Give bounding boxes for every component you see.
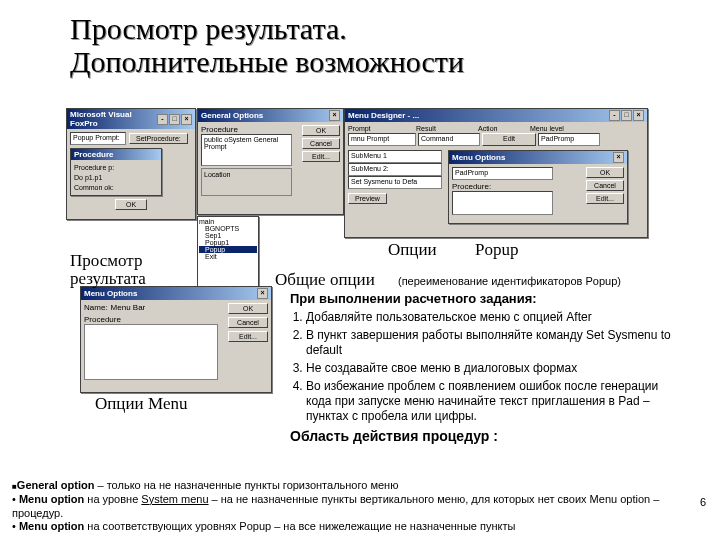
tree-item-selected[interactable]: Popup — [199, 246, 257, 253]
menu-options-window: Menu Options × Name: Menu Bar Procedure … — [80, 286, 272, 393]
tree-item[interactable]: Sep1 — [199, 232, 257, 239]
mopt-name[interactable]: PadPromp — [452, 167, 553, 180]
menu-designer-titlebar: Menu Designer - ... - □ × — [345, 109, 647, 122]
general-options-titlebar: General Options × — [198, 109, 343, 122]
ok-button[interactable]: OK — [586, 167, 624, 178]
procedure-textarea[interactable]: public oSystem General Prompt — [201, 134, 292, 166]
proc-line: Do p1.p1 — [74, 173, 158, 183]
cancel-button[interactable]: Cancel — [302, 138, 340, 149]
name-label: Name: — [84, 303, 108, 312]
step-item: В пункт завершения работы выполняйте ком… — [306, 328, 678, 358]
col-prompt: Prompt — [348, 125, 414, 132]
title-line-1: Просмотр результата. — [70, 12, 347, 45]
edit-button[interactable]: Edit... — [586, 193, 624, 204]
mopt-proc-label: Procedure: — [452, 182, 583, 191]
menu-options-title: Menu Options — [84, 289, 137, 298]
preview-button[interactable]: Preview — [348, 193, 387, 204]
step-item: Добавляйте пользовательское меню с опцие… — [306, 310, 678, 325]
prompt-label: Popup Prompt: — [70, 132, 126, 145]
procedure-label: Procedure — [84, 315, 224, 324]
name-value: Menu Bar — [111, 303, 146, 312]
submenu-item[interactable]: SubMenu 2: — [348, 163, 442, 176]
menu-designer-window: Menu Designer - ... - □ × Prompt Result … — [344, 108, 648, 238]
page-number: 6 — [700, 496, 706, 508]
menu-options-titlebar: Menu Options × — [81, 287, 271, 300]
label-general-options: Общие опции — [275, 270, 375, 290]
steps-list: Добавляйте пользовательское меню с опцие… — [278, 310, 678, 424]
general-options-window: General Options × Procedure public oSyst… — [197, 108, 344, 215]
mopt-proc-field[interactable] — [452, 191, 553, 215]
title-line-2: Дополнительные возможности — [70, 45, 464, 78]
label-options: Опции — [388, 240, 437, 260]
close-icon[interactable]: × — [257, 288, 268, 299]
maximize-icon[interactable]: □ — [169, 114, 180, 125]
menu-options-subwindow: Menu Options × PadPromp Procedure: OK Ca… — [448, 150, 628, 224]
row-prompt[interactable]: mnu Prompt — [348, 133, 416, 146]
vfp-title: Microsoft Visual FoxPro — [70, 110, 157, 128]
proc-line: Common ok: — [74, 183, 158, 193]
ok-button[interactable]: OK — [115, 199, 147, 210]
tree-item[interactable]: Popup1 — [199, 239, 257, 246]
step-item: Не создавайте свое меню в диалоговых фор… — [306, 361, 678, 376]
col-action: Action — [478, 125, 528, 132]
footer-notes: ■General option – только на не назначенн… — [12, 479, 708, 534]
procedure-label: Procedure — [201, 125, 299, 134]
ok-button[interactable]: OK — [302, 125, 340, 136]
step-item: Во избежание проблем с появлением ошибок… — [306, 379, 678, 424]
general-options-title: General Options — [201, 111, 263, 120]
maximize-icon[interactable]: □ — [621, 110, 632, 121]
cancel-button[interactable]: Cancel — [228, 317, 268, 328]
minimize-icon[interactable]: - — [609, 110, 620, 121]
heading-scope: Область действия процедур : — [290, 428, 498, 446]
row-action-button[interactable]: Edit — [482, 133, 536, 146]
tree-item[interactable]: Exit — [199, 253, 257, 260]
label-options-menu: Опции Menu — [95, 394, 188, 414]
close-icon[interactable]: × — [181, 114, 192, 125]
submenu-item[interactable]: SubMenu 1 — [348, 150, 442, 163]
proc-line: Procedure p: — [74, 163, 158, 173]
close-icon[interactable]: × — [613, 152, 624, 163]
tree-item[interactable]: BGNOPTS — [199, 225, 257, 232]
menu-options-titlebar: Menu Options × — [449, 151, 627, 164]
minimize-icon[interactable]: - — [157, 114, 168, 125]
procedure-list[interactable] — [84, 324, 218, 380]
setprocedure-button[interactable]: SetProcedure: — [129, 133, 188, 144]
close-icon[interactable]: × — [633, 110, 644, 121]
row-result[interactable]: Command — [418, 133, 480, 146]
heading-execution: При выполнении расчетного задания: — [290, 291, 537, 307]
vfp-titlebar: Microsoft Visual FoxPro - □ × — [67, 109, 195, 129]
cancel-button[interactable]: Cancel — [586, 180, 624, 191]
close-icon[interactable]: × — [329, 110, 340, 121]
vfp-window: Microsoft Visual FoxPro - □ × Popup Prom… — [66, 108, 196, 220]
label-popup: Popup — [475, 240, 518, 260]
slide-title: Просмотр результата. Дополнительные возм… — [70, 12, 464, 78]
location-group: Location — [201, 168, 292, 196]
edit-button[interactable]: Edit... — [228, 331, 268, 342]
menu-designer-title: Menu Designer - ... — [348, 111, 419, 120]
edit-button[interactable]: Edit... — [302, 151, 340, 162]
col-menulevel: Menu level — [530, 125, 590, 132]
popup-rename-note: (переименование идентификаторов Popup) — [398, 275, 621, 289]
row-level[interactable]: PadPromp — [538, 133, 600, 146]
label-view-result: Просмотр результата — [70, 252, 170, 288]
col-result: Result — [416, 125, 476, 132]
ok-button[interactable]: OK — [228, 303, 268, 314]
tree-item[interactable]: main — [199, 218, 257, 225]
procedure-titlebar: Procedure — [71, 149, 161, 160]
submenu-item[interactable]: Set Sysmenu to Defa — [348, 176, 442, 189]
